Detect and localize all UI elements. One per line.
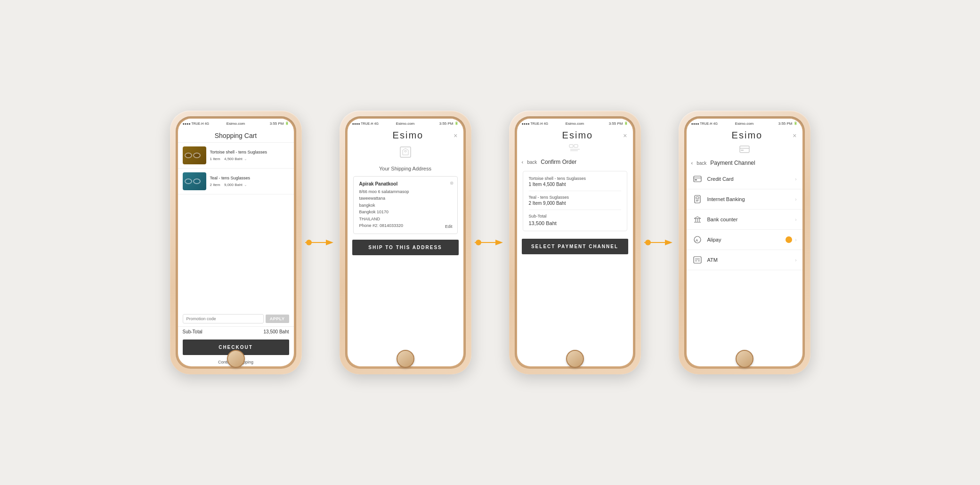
svg-rect-30: [695, 259, 700, 259]
internet-banking-icon: [692, 194, 703, 204]
shipping-step-icon: [348, 142, 463, 165]
domain-3: Esimo.com: [566, 121, 584, 126]
subtotal-label: Sub-Total: [183, 329, 202, 334]
arrow-3: [641, 235, 679, 250]
alipay-badge: [786, 236, 792, 243]
status-bar-2: ●●●● TRUE-H 4G Esimo.com 3:55 PM 🔋: [348, 119, 463, 128]
svg-rect-14: [741, 150, 744, 151]
payment-back-nav: ‹ back Payment Channel: [687, 157, 802, 169]
payment-item-alipay[interactable]: A Alipay ›: [687, 230, 802, 250]
cart-items-list: Tortoise shell - tens Suglasses 1 Item 4…: [178, 143, 294, 311]
time-3: 3:55 PM: [609, 121, 623, 126]
payment-item-atm[interactable]: ATM ›: [687, 250, 802, 270]
payment-back-arrow-icon[interactable]: ‹: [691, 160, 693, 166]
select-payment-button[interactable]: SELECT PAYMENT CHANNEL: [522, 239, 628, 254]
internet-banking-label: Internet Banking: [707, 196, 795, 202]
subtotal-value: 13,500 Baht: [264, 329, 289, 334]
bank-counter-icon: [692, 214, 703, 225]
phone-2-home-button[interactable]: [397, 350, 414, 368]
confirm-back-label[interactable]: back: [527, 160, 537, 165]
confirm-item-1: Tortoise shell - tens Suglasses 1 Item 4…: [529, 176, 621, 191]
credit-card-chevron-icon: ›: [795, 177, 796, 182]
payment-item-credit-card[interactable]: Credit Card ›: [687, 169, 802, 189]
alipay-icon: A: [692, 234, 703, 245]
svg-text:A: A: [696, 238, 698, 242]
confirm-subtotal-row: Sub-Total 13,500 Baht: [529, 214, 621, 226]
payment-back-label[interactable]: back: [697, 161, 706, 166]
carrier-2: ●●●● TRUE-H 4G: [352, 122, 379, 125]
svg-rect-17: [695, 179, 697, 180]
phone-3-home-button[interactable]: [566, 350, 584, 368]
carrier-4: ●●●● TRUE-H 4G: [691, 122, 718, 125]
status-bar-1: ●●●● TRUE-H 4G Esimo.com 3:55 PM 🔋: [178, 119, 294, 128]
confirm-item-name-2: Teal - tens Suglasses: [529, 195, 621, 200]
esimo-logo-3: Esimo: [532, 130, 624, 141]
arrow-2: [471, 235, 509, 250]
confirm-item-name-1: Tortoise shell - tens Suglasses: [529, 176, 621, 181]
apply-button[interactable]: APPLY: [266, 315, 289, 323]
bank-counter-label: Bank counter: [707, 217, 795, 222]
battery-icon-4: 🔋: [794, 121, 798, 125]
time-4: 3:55 PM: [778, 121, 793, 126]
close-button-2[interactable]: ×: [454, 132, 457, 139]
carrier-1: ●●●● TRUE-H 4G: [183, 122, 209, 125]
svg-rect-6: [569, 145, 573, 147]
confirm-title: Confirm Order: [541, 159, 576, 165]
confirm-screen: Esimo × ‹ back: [517, 128, 633, 366]
svg-rect-29: [694, 257, 701, 263]
payment-methods-list: Credit Card ›: [687, 169, 802, 366]
ship-button[interactable]: SHIP TO THIS ADDRESS: [352, 240, 459, 255]
atm-label: ATM: [707, 257, 795, 263]
payment-title: Payment Channel: [710, 160, 755, 166]
phone-2: ●●●● TRUE-H 4G Esimo.com 3:55 PM 🔋 Esimo…: [340, 111, 471, 374]
confirm-back-nav: ‹ back Confirm Order: [517, 156, 633, 168]
payment-header: Esimo ×: [687, 128, 802, 142]
alipay-label: Alipay: [707, 237, 786, 242]
domain-1: Esimo.com: [227, 121, 245, 126]
lens-right-1: [193, 153, 201, 158]
svg-rect-7: [574, 145, 578, 147]
internet-banking-chevron-icon: ›: [795, 197, 796, 202]
cart-item-2: Teal - tens Suglasses 2 Item 9,000 Baht …: [178, 169, 294, 194]
svg-rect-25: [697, 218, 698, 222]
svg-rect-18: [695, 195, 700, 203]
item-details-2: Teal - tens Suglasses 2 Item 9,000 Baht …: [210, 176, 289, 187]
svg-rect-19: [696, 197, 699, 199]
address-card: ⊗ Apirak Panatkool 8/66 moo 6 salatammas…: [353, 176, 458, 234]
phone-4: ●●●● TRUE-H 4G Esimo.com 3:55 PM 🔋 Esimo…: [679, 111, 810, 374]
item-name-1: Tortoise shell - tens Suglasses: [210, 150, 289, 155]
domain-4: Esimo.com: [735, 121, 754, 126]
confirm-item-price-1: 1 Item 4,500 Baht: [529, 182, 621, 187]
credit-card-label: Credit Card: [707, 176, 795, 182]
item-img-2: [183, 172, 206, 190]
promo-input[interactable]: [183, 314, 264, 323]
atm-icon: [692, 255, 703, 265]
confirm-back-arrow-icon[interactable]: ‹: [522, 159, 524, 165]
cart-screen: Shopping Cart Tortoise shell -: [178, 128, 294, 366]
arrow-1: [302, 235, 340, 250]
item-img-1: [183, 146, 206, 164]
phone-1: ●●●● TRUE-H 4G Esimo.com 3:55 PM 🔋 Shopp…: [170, 111, 302, 374]
close-button-4[interactable]: ×: [793, 132, 796, 139]
address-close-icon[interactable]: ⊗: [450, 180, 454, 186]
item-name-2: Teal - tens Suglasses: [210, 176, 289, 181]
payment-item-bank-counter[interactable]: Bank counter ›: [687, 210, 802, 230]
svg-point-5: [476, 240, 481, 245]
confirm-subtotal-value: 13,500 Baht: [529, 220, 621, 226]
scene: ●●●● TRUE-H 4G Esimo.com 3:55 PM 🔋 Shopp…: [161, 92, 820, 393]
confirm-subtotal-label: Sub-Total: [529, 214, 621, 218]
svg-point-11: [645, 240, 651, 245]
svg-marker-23: [694, 217, 701, 218]
item-qty-1[interactable]: 1 Item 4,500 Baht ⌄: [210, 157, 247, 161]
battery-icon-3: 🔋: [624, 121, 628, 125]
lens-left-2: [185, 178, 192, 184]
item-qty-2[interactable]: 2 Item 9,000 Baht ⌄: [210, 183, 247, 187]
cart-title: Shopping Cart: [178, 128, 294, 143]
address-edit-link[interactable]: Edit: [445, 224, 453, 229]
item-details-1: Tortoise shell - tens Suglasses 1 Item 4…: [210, 150, 289, 161]
phone-4-home-button[interactable]: [736, 350, 753, 368]
payment-item-internet-banking[interactable]: Internet Banking ›: [687, 189, 802, 210]
close-button-3[interactable]: ×: [623, 132, 627, 139]
phone-1-home-button[interactable]: [227, 350, 245, 368]
confirm-item-2: Teal - tens Suglasses 2 Item 9,000 Baht: [529, 195, 621, 210]
